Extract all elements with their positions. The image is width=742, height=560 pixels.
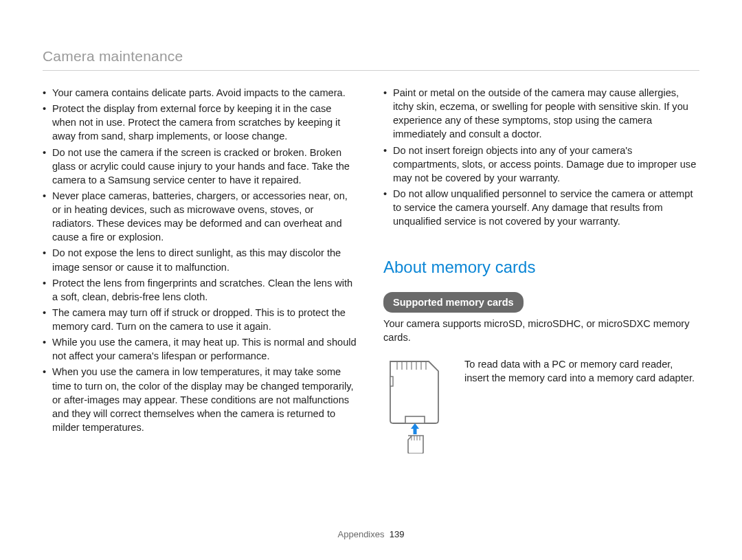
card-adapter-note: To read data with a PC or memory card re… — [464, 357, 698, 385]
list-item: Never place cameras, batteries, chargers… — [43, 189, 357, 245]
sd-card-adapter-illustration — [383, 357, 449, 457]
list-item: Your camera contains delicate parts. Avo… — [43, 86, 357, 100]
supported-cards-text: Your camera supports microSD, microSDHC,… — [383, 317, 698, 344]
right-bullet-list: Paint or metal on the outside of the cam… — [383, 86, 698, 228]
list-item: Do not expose the lens to direct sunligh… — [43, 246, 357, 273]
svg-marker-9 — [411, 423, 419, 434]
list-item: The camera may turn off if struck or dro… — [43, 306, 357, 333]
header-rule — [43, 70, 699, 71]
section-heading-memory: About memory cards — [383, 256, 698, 278]
list-item: When you use the camera in low temperatu… — [43, 365, 357, 434]
svg-rect-7 — [390, 377, 393, 386]
list-item: Do not allow unqualified personnel to se… — [383, 187, 698, 228]
page-footer: Appendixes 139 — [0, 529, 742, 539]
list-item: Protect the lens from fingerprints and s… — [43, 276, 357, 304]
list-item: Do not insert foreign objects into any o… — [383, 144, 698, 185]
left-column: Your camera contains delicate parts. Avo… — [43, 86, 357, 457]
supported-cards-pill: Supported memory cards — [383, 292, 524, 313]
right-column: Paint or metal on the outside of the cam… — [383, 86, 698, 457]
list-item: Do not use the camera if the screen is c… — [43, 146, 357, 187]
list-item: Protect the display from external force … — [43, 102, 357, 143]
manual-page: Camera maintenance Your camera contains … — [0, 0, 742, 560]
footer-page-number: 139 — [390, 529, 405, 539]
content-columns: Your camera contains delicate parts. Avo… — [43, 86, 699, 457]
page-title: Camera maintenance — [43, 48, 699, 65]
footer-section: Appendixes — [338, 529, 385, 539]
card-illustration-row: To read data with a PC or memory card re… — [383, 357, 698, 457]
list-item: Paint or metal on the outside of the cam… — [383, 86, 698, 142]
svg-rect-8 — [405, 416, 425, 423]
left-bullet-list: Your camera contains delicate parts. Avo… — [43, 86, 357, 434]
list-item: While you use the camera, it may heat up… — [43, 335, 357, 363]
